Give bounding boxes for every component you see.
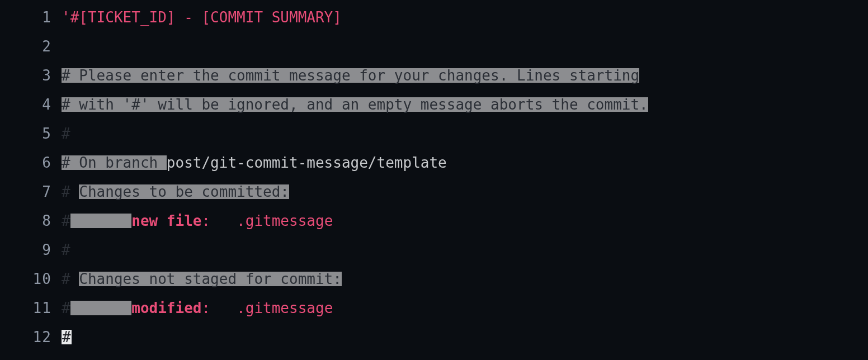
code-line[interactable]: 3 # Please enter the commit message for … xyxy=(0,63,868,92)
colon-pad: : xyxy=(201,214,237,228)
line-content[interactable]: # Changes not staged for commit: xyxy=(62,266,342,286)
code-line[interactable]: 9 # xyxy=(0,237,868,266)
code-line[interactable]: 1 '#[TICKET_ID] - [COMMIT SUMMARY] xyxy=(0,4,868,34)
line-content[interactable]: # xyxy=(62,324,72,344)
line-content[interactable]: '#[TICKET_ID] - [COMMIT SUMMARY] xyxy=(62,4,342,25)
comment-hash: # xyxy=(62,301,70,315)
comment-prefix: # On branch xyxy=(62,155,167,170)
line-number: 11 xyxy=(0,295,62,315)
code-line[interactable]: 4 # with '#' will be ignored, and an emp… xyxy=(0,92,868,121)
comment-hash: # xyxy=(62,126,70,141)
comment-text: # with '#' will be ignored, and an empty… xyxy=(62,97,648,112)
code-line[interactable]: 8 # new file: .gitmessage xyxy=(0,208,868,237)
line-number: 9 xyxy=(0,237,62,257)
line-content[interactable]: # with '#' will be ignored, and an empty… xyxy=(62,92,648,112)
line-content[interactable]: # new file: .gitmessage xyxy=(62,208,333,228)
line-content[interactable]: # xyxy=(62,237,70,257)
line-number: 7 xyxy=(0,179,62,199)
section-header: Changes to be committed: xyxy=(79,184,289,199)
line-number: 8 xyxy=(0,208,62,228)
quote-char: ' xyxy=(62,10,70,25)
line-content[interactable]: # xyxy=(62,121,70,141)
file-status: modified xyxy=(131,301,201,315)
line-number: 2 xyxy=(0,34,62,54)
file-name: .gitmessage xyxy=(237,301,333,315)
code-editor[interactable]: 1 '#[TICKET_ID] - [COMMIT SUMMARY] 2 3 #… xyxy=(0,0,868,353)
section-header: Changes not staged for commit: xyxy=(79,272,342,286)
line-content[interactable]: # On branch post/git-commit-message/temp… xyxy=(62,150,447,170)
line-content[interactable]: # Please enter the commit message for yo… xyxy=(62,63,639,83)
code-line[interactable]: 10 # Changes not staged for commit: xyxy=(0,266,868,295)
code-line[interactable]: 5 # xyxy=(0,121,868,150)
line-number: 10 xyxy=(0,266,62,286)
file-name: .gitmessage xyxy=(237,214,333,228)
padding xyxy=(70,301,132,315)
branch-name: post/git-commit-message/template xyxy=(167,155,447,170)
comment-hash: # xyxy=(62,214,70,228)
line-content[interactable]: # modified: .gitmessage xyxy=(62,295,333,315)
code-line[interactable]: 6 # On branch post/git-commit-message/te… xyxy=(0,150,868,179)
file-status: new file xyxy=(131,214,201,228)
cursor: # xyxy=(62,330,72,344)
comment-hash: # xyxy=(62,272,79,286)
code-line[interactable]: 2 xyxy=(0,34,868,63)
comment-hash: # xyxy=(62,184,79,199)
line-number: 12 xyxy=(0,324,62,344)
line-number: 3 xyxy=(0,63,62,83)
line-number: 1 xyxy=(0,4,62,25)
comment-text: # Please enter the commit message for yo… xyxy=(62,68,639,83)
code-line[interactable]: 11 # modified: .gitmessage xyxy=(0,295,868,324)
line-number: 6 xyxy=(0,150,62,170)
code-line[interactable]: 12 # xyxy=(0,324,868,353)
line-content[interactable]: # Changes to be committed: xyxy=(62,179,289,199)
colon-pad: : xyxy=(201,301,237,315)
line-number: 4 xyxy=(0,92,62,112)
line-number: 5 xyxy=(0,121,62,141)
commit-template-text: #[TICKET_ID] - [COMMIT SUMMARY] xyxy=(70,10,342,25)
comment-hash: # xyxy=(62,243,70,257)
code-line[interactable]: 7 # Changes to be committed: xyxy=(0,179,868,208)
padding xyxy=(70,214,132,228)
